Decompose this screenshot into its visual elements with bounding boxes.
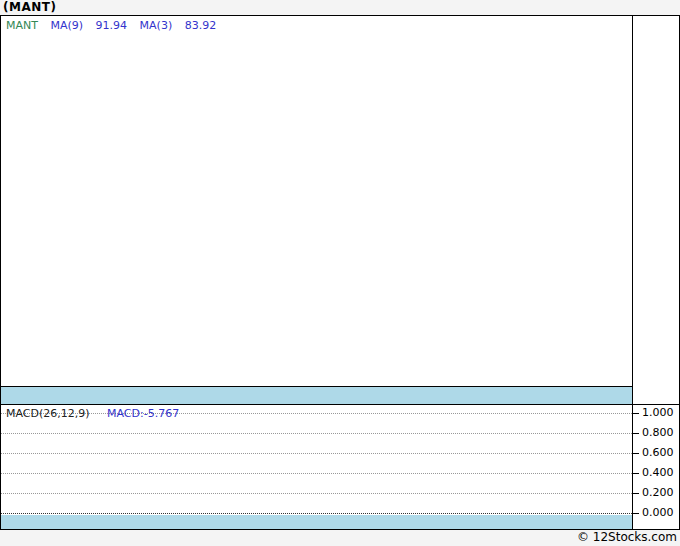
macd-legend: MACD(26,12,9) MACD:-5.767 xyxy=(6,407,179,420)
macd-tick xyxy=(632,433,639,434)
legend-ma9-label: MA(9) xyxy=(50,19,83,32)
legend-symbol: MANT xyxy=(6,19,38,32)
chart-legend: MANT MA(9) 91.94 MA(3) 83.92 xyxy=(6,19,225,32)
macd-tick-label: 0.400 xyxy=(642,467,678,479)
macd-tick xyxy=(632,513,639,514)
macd-tick-label: 0.000 xyxy=(642,507,678,519)
legend-ma3-label: MA(3) xyxy=(140,19,173,32)
macd-tick-label: 0.800 xyxy=(642,427,678,439)
legend-ma9-value: 91.94 xyxy=(96,19,128,32)
macd-indicator-label: MACD(26,12,9) xyxy=(6,407,90,420)
main-bottom-band xyxy=(1,386,632,404)
macd-tick xyxy=(632,493,639,494)
legend-ma3-value: 83.92 xyxy=(185,19,217,32)
copyright-link[interactable]: © 12Stocks.com xyxy=(577,530,680,544)
macd-tick-label: 1.000 xyxy=(642,407,678,419)
page-title: (MANT) xyxy=(3,0,56,15)
main-plot-area: MANT MA(9) 91.94 MA(3) 83.92 xyxy=(1,16,632,404)
macd-gridline-0.800 xyxy=(1,433,632,434)
macd-plot-area: MACD(26,12,9) MACD:-5.767 xyxy=(1,405,632,529)
footer: © 12Stocks.com xyxy=(0,530,680,546)
macd-indicator-value: MACD:-5.767 xyxy=(107,407,179,420)
macd-tick-label: 0.600 xyxy=(642,447,678,459)
macd-gridline-0.600 xyxy=(1,453,632,454)
main-chart-panel: MANT MA(9) 91.94 MA(3) 83.92 xyxy=(0,15,680,405)
macd-tick xyxy=(632,413,639,414)
macd-zero-gridline xyxy=(1,513,632,514)
macd-gridline-0.200 xyxy=(1,493,632,494)
macd-bottom-band xyxy=(1,515,632,529)
stock-chart-page: (MANT) MANT MA(9) 91.94 MA(3) 83.92 MACD xyxy=(0,0,680,546)
macd-gridline-0.400 xyxy=(1,473,632,474)
macd-tick xyxy=(632,473,639,474)
macd-tick-label: 0.200 xyxy=(642,487,678,499)
main-axis-area xyxy=(633,16,679,404)
macd-panel: MACD(26,12,9) MACD:-5.767 1.000 0.800 0.… xyxy=(0,404,680,530)
macd-tick xyxy=(632,453,639,454)
